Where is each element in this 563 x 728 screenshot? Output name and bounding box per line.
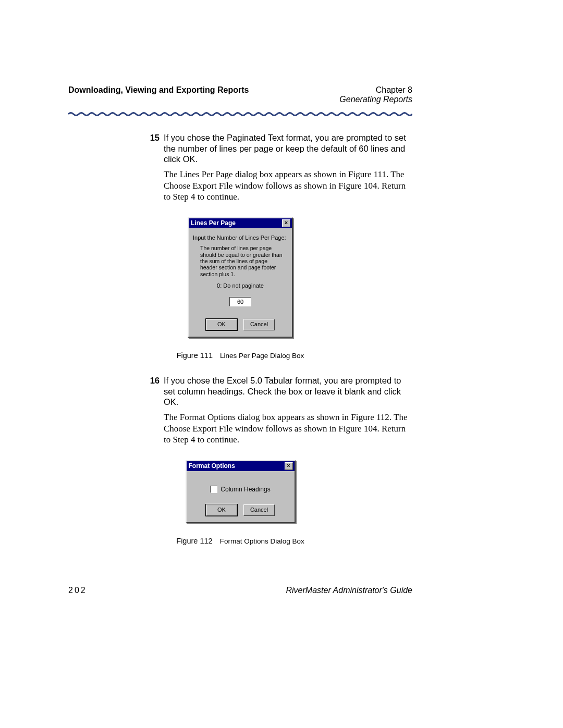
header-title: Downloading, Viewing and Exporting Repor… (68, 85, 249, 95)
step-number: 15 (143, 132, 164, 165)
step-text: If you chose the Excel 5.0 Tabular forma… (164, 375, 412, 408)
header-right: Chapter 8 Generating Reports (339, 85, 412, 104)
caption1-text: Lines Per Page Dialog Box (220, 352, 304, 360)
dialog1-prompt: Input the Number of Lines Per Page: (193, 235, 288, 241)
figure-112-caption: Figure 112 Format Options Dialog Box (68, 537, 412, 545)
step-16-paragraph: The Format Options dialog box appears as… (164, 412, 412, 446)
figure-111-caption: Figure 111 Lines Per Page Dialog Box (68, 351, 412, 360)
dialog1-note: The number of lines per page should be e… (200, 245, 285, 277)
format-options-dialog: Format Options × Column Headings OK Canc… (186, 460, 296, 523)
step-number: 16 (143, 375, 164, 408)
step-16-block: 16 If you chose the Excel 5.0 Tabular fo… (143, 375, 412, 446)
cancel-button[interactable]: Cancel (243, 319, 275, 330)
step-15: 15 If you chose the Paginated Text forma… (143, 132, 412, 165)
dialog1-title: Lines Per Page (191, 219, 236, 227)
ok-button[interactable]: OK (206, 504, 237, 516)
dialog1-body: Input the Number of Lines Per Page: The … (189, 228, 292, 337)
dialog2-body: Column Headings OK Cancel (187, 471, 295, 522)
dialog2-title: Format Options (189, 462, 235, 470)
wave-icon (68, 112, 412, 117)
close-icon[interactable]: × (282, 219, 290, 227)
caption2-number: Figure 112 (176, 537, 212, 545)
column-headings-checkbox[interactable] (210, 486, 217, 493)
document-page: Downloading, Viewing and Exporting Repor… (0, 0, 563, 728)
ok-button[interactable]: OK (206, 319, 237, 330)
guide-title: RiverMaster Administrator's Guide (286, 586, 412, 595)
dialog2-buttons: OK Cancel (191, 504, 290, 516)
lines-input[interactable]: 60 (229, 297, 251, 306)
step-15-block: 15 If you chose the Paginated Text forma… (143, 132, 412, 203)
chapter-label: Chapter 8 (339, 85, 412, 95)
page-footer: 202 RiverMaster Administrator's Guide (68, 586, 412, 595)
step-text: If you chose the Paginated Text format, … (164, 132, 412, 165)
content-area: Downloading, Viewing and Exporting Repor… (68, 85, 412, 545)
dialog1-titlebar: Lines Per Page × (189, 218, 292, 228)
dialog1-buttons: OK Cancel (193, 319, 288, 330)
section-label: Generating Reports (339, 95, 412, 104)
step-15-paragraph: The Lines Per Page dialog box appears as… (164, 169, 412, 203)
dialog2-wrapper: Format Options × Column Headings OK Canc… (68, 460, 412, 523)
close-icon[interactable]: × (285, 462, 293, 470)
column-headings-label: Column Headings (221, 486, 270, 493)
dialog1-nopaginate: 0: Do not paginate (193, 282, 288, 289)
cancel-button[interactable]: Cancel (243, 504, 275, 516)
column-headings-row: Column Headings (191, 486, 290, 493)
step-16: 16 If you chose the Excel 5.0 Tabular fo… (143, 375, 412, 408)
dialog1-wrapper: Lines Per Page × Input the Number of Lin… (68, 217, 412, 338)
page-number: 202 (68, 586, 87, 595)
dialog2-titlebar: Format Options × (187, 461, 295, 471)
caption1-number: Figure 111 (177, 351, 213, 360)
dialog1-input-row: 60 (193, 297, 288, 306)
caption2-text: Format Options Dialog Box (220, 537, 304, 545)
wave-separator (68, 112, 412, 117)
lines-per-page-dialog: Lines Per Page × Input the Number of Lin… (188, 217, 293, 338)
page-header: Downloading, Viewing and Exporting Repor… (68, 85, 412, 104)
